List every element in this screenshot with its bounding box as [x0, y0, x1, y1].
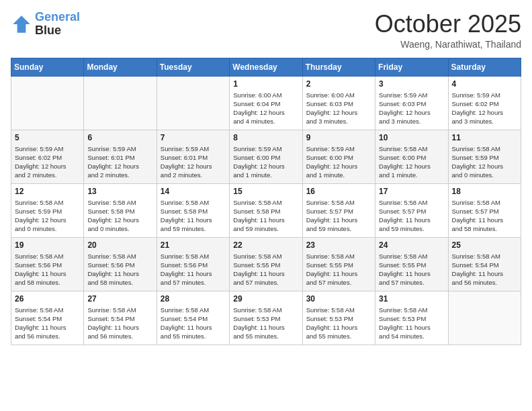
day-number: 29 [233, 294, 298, 304]
page-header: GeneralBlue October 2025 Waeng, Narathiw… [11, 11, 521, 50]
calendar-cell [11, 76, 84, 130]
day-info: Sunrise: 5:59 AM Sunset: 6:00 PM Dayligh… [233, 144, 298, 180]
calendar-cell: 11Sunrise: 5:58 AM Sunset: 5:59 PM Dayli… [448, 130, 521, 183]
day-number: 2 [306, 79, 371, 89]
calendar-cell: 27Sunrise: 5:58 AM Sunset: 5:54 PM Dayli… [84, 291, 157, 345]
weekday-header-wednesday: Wednesday [230, 58, 302, 76]
day-number: 5 [15, 133, 80, 142]
day-number: 7 [161, 133, 226, 142]
day-info: Sunrise: 5:58 AM Sunset: 5:57 PM Dayligh… [452, 198, 517, 234]
day-info: Sunrise: 5:58 AM Sunset: 5:55 PM Dayligh… [306, 252, 371, 287]
week-row-5: 26Sunrise: 5:58 AM Sunset: 5:54 PM Dayli… [11, 291, 521, 345]
day-number: 26 [15, 294, 80, 304]
calendar-cell: 23Sunrise: 5:58 AM Sunset: 5:55 PM Dayli… [302, 237, 375, 291]
day-info: Sunrise: 5:59 AM Sunset: 6:03 PM Dayligh… [379, 91, 444, 126]
calendar-cell: 15Sunrise: 5:58 AM Sunset: 5:58 PM Dayli… [230, 183, 302, 237]
calendar-cell: 13Sunrise: 5:58 AM Sunset: 5:58 PM Dayli… [84, 183, 157, 237]
calendar-cell: 3Sunrise: 5:59 AM Sunset: 6:03 PM Daylig… [375, 76, 448, 130]
day-number: 23 [306, 240, 371, 250]
calendar-cell: 12Sunrise: 5:58 AM Sunset: 5:59 PM Dayli… [11, 183, 84, 237]
calendar-cell: 16Sunrise: 5:58 AM Sunset: 5:57 PM Dayli… [302, 183, 375, 237]
calendar-cell: 17Sunrise: 5:58 AM Sunset: 5:57 PM Dayli… [375, 183, 448, 237]
calendar-cell [84, 76, 157, 130]
weekday-header-saturday: Saturday [448, 58, 521, 76]
weekday-header-friday: Friday [375, 58, 448, 76]
weekday-header-thursday: Thursday [302, 58, 375, 76]
day-info: Sunrise: 5:58 AM Sunset: 5:54 PM Dayligh… [15, 306, 80, 341]
day-number: 11 [452, 133, 517, 142]
calendar-cell: 30Sunrise: 5:58 AM Sunset: 5:53 PM Dayli… [302, 291, 375, 345]
calendar-cell: 28Sunrise: 5:58 AM Sunset: 5:54 PM Dayli… [157, 291, 229, 345]
day-number: 10 [379, 133, 444, 142]
day-info: Sunrise: 5:58 AM Sunset: 6:00 PM Dayligh… [379, 144, 444, 180]
calendar-table: SundayMondayTuesdayWednesdayThursdayFrid… [11, 58, 521, 345]
day-number: 20 [87, 240, 152, 250]
day-info: Sunrise: 5:59 AM Sunset: 6:01 PM Dayligh… [87, 144, 152, 180]
day-info: Sunrise: 5:59 AM Sunset: 6:02 PM Dayligh… [452, 91, 517, 126]
day-number: 14 [161, 187, 226, 196]
day-number: 18 [452, 187, 517, 196]
day-info: Sunrise: 5:58 AM Sunset: 5:56 PM Dayligh… [15, 252, 80, 287]
day-number: 8 [233, 133, 298, 142]
calendar-cell: 18Sunrise: 5:58 AM Sunset: 5:57 PM Dayli… [448, 183, 521, 237]
day-number: 27 [87, 294, 152, 304]
month-title: October 2025 [375, 11, 521, 38]
day-info: Sunrise: 5:58 AM Sunset: 5:55 PM Dayligh… [379, 252, 444, 287]
day-info: Sunrise: 5:58 AM Sunset: 5:59 PM Dayligh… [15, 198, 80, 234]
day-info: Sunrise: 5:58 AM Sunset: 5:56 PM Dayligh… [161, 252, 226, 287]
day-number: 3 [379, 79, 444, 89]
day-info: Sunrise: 5:59 AM Sunset: 6:02 PM Dayligh… [15, 144, 80, 180]
location: Waeng, Narathiwat, Thailand [375, 39, 521, 50]
calendar-cell: 10Sunrise: 5:58 AM Sunset: 6:00 PM Dayli… [375, 130, 448, 183]
day-number: 4 [452, 79, 517, 89]
day-number: 19 [15, 240, 80, 250]
calendar-cell: 7Sunrise: 5:59 AM Sunset: 6:01 PM Daylig… [157, 130, 229, 183]
day-info: Sunrise: 5:58 AM Sunset: 5:55 PM Dayligh… [233, 252, 298, 287]
day-number: 21 [161, 240, 226, 250]
day-info: Sunrise: 5:58 AM Sunset: 5:54 PM Dayligh… [87, 306, 152, 341]
day-number: 15 [233, 187, 298, 196]
day-info: Sunrise: 5:58 AM Sunset: 5:58 PM Dayligh… [161, 198, 226, 234]
day-number: 12 [15, 187, 80, 196]
day-info: Sunrise: 5:58 AM Sunset: 5:54 PM Dayligh… [452, 252, 517, 287]
day-number: 16 [306, 187, 371, 196]
day-info: Sunrise: 5:58 AM Sunset: 5:59 PM Dayligh… [452, 144, 517, 180]
day-number: 24 [379, 240, 444, 250]
calendar-cell: 20Sunrise: 5:58 AM Sunset: 5:56 PM Dayli… [84, 237, 157, 291]
logo-text: GeneralBlue [35, 11, 80, 38]
calendar-cell: 25Sunrise: 5:58 AM Sunset: 5:54 PM Dayli… [448, 237, 521, 291]
calendar-cell: 6Sunrise: 5:59 AM Sunset: 6:01 PM Daylig… [84, 130, 157, 183]
calendar-cell: 1Sunrise: 6:00 AM Sunset: 6:04 PM Daylig… [230, 76, 302, 130]
day-info: Sunrise: 5:58 AM Sunset: 5:53 PM Dayligh… [233, 306, 298, 341]
day-info: Sunrise: 5:58 AM Sunset: 5:58 PM Dayligh… [87, 198, 152, 234]
calendar-cell: 2Sunrise: 6:00 AM Sunset: 6:03 PM Daylig… [302, 76, 375, 130]
calendar-cell: 26Sunrise: 5:58 AM Sunset: 5:54 PM Dayli… [11, 291, 84, 345]
day-info: Sunrise: 6:00 AM Sunset: 6:03 PM Dayligh… [306, 91, 371, 126]
weekday-header-row: SundayMondayTuesdayWednesdayThursdayFrid… [11, 58, 521, 76]
day-info: Sunrise: 5:58 AM Sunset: 5:54 PM Dayligh… [161, 306, 226, 341]
calendar-cell: 4Sunrise: 5:59 AM Sunset: 6:02 PM Daylig… [448, 76, 521, 130]
weekday-header-monday: Monday [84, 58, 157, 76]
day-info: Sunrise: 5:59 AM Sunset: 6:01 PM Dayligh… [161, 144, 226, 180]
day-info: Sunrise: 5:58 AM Sunset: 5:57 PM Dayligh… [379, 198, 444, 234]
calendar-cell: 19Sunrise: 5:58 AM Sunset: 5:56 PM Dayli… [11, 237, 84, 291]
day-info: Sunrise: 5:58 AM Sunset: 5:57 PM Dayligh… [306, 198, 371, 234]
svg-marker-0 [13, 15, 30, 33]
day-info: Sunrise: 5:59 AM Sunset: 6:00 PM Dayligh… [306, 144, 371, 180]
calendar-cell [448, 291, 521, 345]
calendar-cell [157, 76, 229, 130]
logo: GeneralBlue [11, 11, 80, 38]
day-number: 28 [161, 294, 226, 304]
week-row-2: 5Sunrise: 5:59 AM Sunset: 6:02 PM Daylig… [11, 130, 521, 183]
day-number: 31 [379, 294, 444, 304]
calendar-cell: 22Sunrise: 5:58 AM Sunset: 5:55 PM Dayli… [230, 237, 302, 291]
day-number: 25 [452, 240, 517, 250]
calendar-cell: 31Sunrise: 5:58 AM Sunset: 5:53 PM Dayli… [375, 291, 448, 345]
day-number: 13 [87, 187, 152, 196]
weekday-header-sunday: Sunday [11, 58, 84, 76]
day-number: 6 [87, 133, 152, 142]
week-row-1: 1Sunrise: 6:00 AM Sunset: 6:04 PM Daylig… [11, 76, 521, 130]
day-info: Sunrise: 5:58 AM Sunset: 5:53 PM Dayligh… [306, 306, 371, 341]
day-info: Sunrise: 5:58 AM Sunset: 5:56 PM Dayligh… [87, 252, 152, 287]
calendar-cell: 9Sunrise: 5:59 AM Sunset: 6:00 PM Daylig… [302, 130, 375, 183]
